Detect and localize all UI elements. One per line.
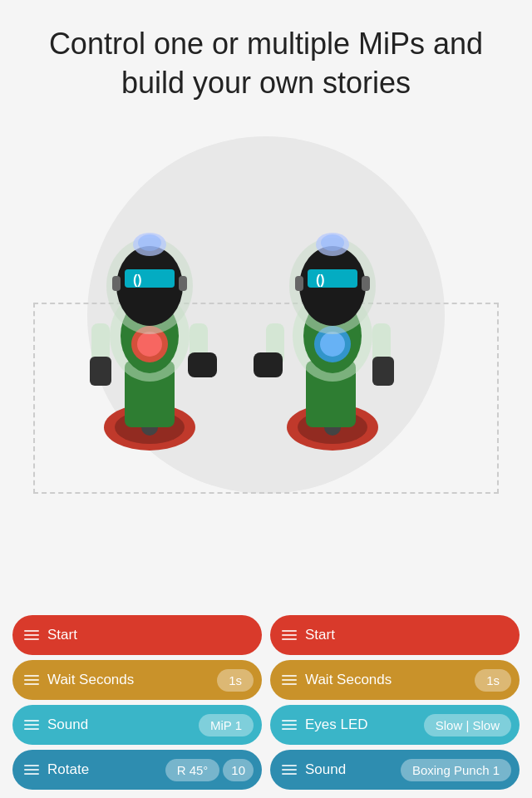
svg-rect-34 xyxy=(308,269,357,288)
svg-text:(): () xyxy=(316,273,325,287)
svg-point-17 xyxy=(138,234,161,251)
right-start-label: Start xyxy=(305,627,511,643)
right-start-block[interactable]: Start xyxy=(270,615,520,655)
svg-rect-29 xyxy=(372,357,394,386)
right-wait-hamburger-icon xyxy=(282,675,297,685)
svg-rect-39 xyxy=(362,276,370,291)
right-eyes-value[interactable]: Slow | Slow xyxy=(424,714,511,736)
header: Control one or multiple MiPs and build y… xyxy=(0,0,532,111)
svg-rect-19 xyxy=(179,276,187,291)
left-sound-value[interactable]: MiP 1 xyxy=(199,714,254,736)
svg-rect-9 xyxy=(90,357,111,386)
left-start-block[interactable]: Start xyxy=(12,615,262,655)
svg-point-7 xyxy=(137,332,162,357)
left-sound-hamburger-icon xyxy=(24,720,39,730)
right-sound-hamburger-icon xyxy=(282,765,297,775)
right-sound-block[interactable]: Sound Boxing Punch 1 xyxy=(270,750,520,790)
svg-rect-31 xyxy=(254,352,283,377)
left-start-hamburger-icon xyxy=(24,630,39,640)
right-panel: Start Wait Seconds 1s Eyes LED Slow | Sl… xyxy=(266,615,524,790)
right-eyes-block[interactable]: Eyes LED Slow | Slow xyxy=(270,705,520,745)
right-sound-label: Sound xyxy=(305,761,401,778)
left-rotate-value2[interactable]: 10 xyxy=(223,759,254,781)
page-title: Control one or multiple MiPs and build y… xyxy=(33,25,499,103)
svg-rect-14 xyxy=(125,269,175,288)
left-rotate-value1[interactable]: R 45° xyxy=(165,759,220,781)
right-start-hamburger-icon xyxy=(282,630,297,640)
left-wait-label: Wait Seconds xyxy=(47,672,217,688)
left-wait-hamburger-icon xyxy=(24,675,39,685)
left-wait-block[interactable]: Wait Seconds 1s xyxy=(12,660,262,700)
right-wait-label: Wait Seconds xyxy=(305,672,475,688)
panels-area: Start Wait Seconds 1s Sound MiP 1 Rotate… xyxy=(0,607,532,798)
svg-rect-38 xyxy=(295,276,303,291)
right-wait-block[interactable]: Wait Seconds 1s xyxy=(270,660,520,700)
left-rotate-block[interactable]: Rotate R 45° 10 xyxy=(12,750,262,790)
right-wait-value[interactable]: 1s xyxy=(475,669,511,692)
svg-rect-11 xyxy=(188,352,217,377)
robot-illustration: () xyxy=(58,153,474,469)
left-panel: Start Wait Seconds 1s Sound MiP 1 Rotate… xyxy=(8,615,266,790)
robot-scene-area: () xyxy=(0,111,532,519)
left-wait-value[interactable]: 1s xyxy=(217,669,254,692)
right-sound-value[interactable]: Boxing Punch 1 xyxy=(401,759,511,781)
svg-text:(): () xyxy=(133,273,142,287)
right-eyes-hamburger-icon xyxy=(282,720,297,730)
svg-point-37 xyxy=(321,234,344,251)
left-rotate-hamburger-icon xyxy=(24,765,39,775)
left-sound-label: Sound xyxy=(47,717,199,733)
right-eyes-label: Eyes LED xyxy=(305,717,424,733)
svg-point-27 xyxy=(320,332,345,357)
left-sound-block[interactable]: Sound MiP 1 xyxy=(12,705,262,745)
svg-rect-18 xyxy=(112,276,121,291)
left-start-label: Start xyxy=(47,627,254,643)
left-rotate-label: Rotate xyxy=(47,761,165,778)
